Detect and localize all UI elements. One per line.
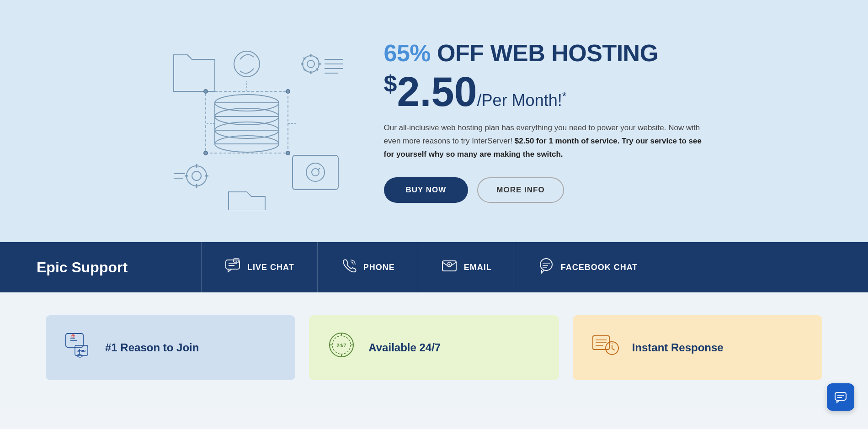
live-chat-label: LIVE CHAT xyxy=(247,263,294,272)
svg-text:24/7: 24/7 xyxy=(337,343,346,348)
price-per-month: /Per Month!* xyxy=(477,91,566,110)
svg-point-26 xyxy=(286,151,290,155)
phone-label: PHONE xyxy=(363,263,395,272)
svg-point-23 xyxy=(204,90,208,93)
svg-line-36 xyxy=(318,168,320,170)
support-item-phone[interactable]: PHONE xyxy=(317,242,418,292)
available-24-7-icon: 24/7 xyxy=(325,329,357,366)
support-item-live-chat[interactable]: LIVE LIVE CHAT xyxy=(201,242,317,292)
svg-rect-33 xyxy=(293,155,338,190)
buy-now-button[interactable]: BUY NOW xyxy=(384,177,469,203)
feature-card-available-24-7: 24/7 Available 24/7 xyxy=(309,315,559,380)
hero-description: Our all-inclusive web hosting plan has e… xyxy=(384,122,713,161)
live-chat-icon: LIVE xyxy=(224,257,241,277)
instant-response-label: Instant Response xyxy=(632,341,724,354)
hero-buttons: BUY NOW MORE INFO xyxy=(384,177,713,203)
svg-point-2 xyxy=(307,60,314,68)
feature-section: JOIN #1 Reason to Join 24/7 Available 24… xyxy=(0,292,868,408)
facebook-chat-label: FACEBOOK CHAT xyxy=(561,263,638,272)
support-item-email[interactable]: EMAIL xyxy=(418,242,515,292)
hero-illustration xyxy=(155,32,347,210)
more-info-button[interactable]: MORE INFO xyxy=(477,177,564,203)
svg-rect-20 xyxy=(215,130,279,144)
svg-point-24 xyxy=(286,90,290,93)
svg-point-49 xyxy=(448,264,450,265)
svg-point-25 xyxy=(204,151,208,155)
reason-to-join-label: #1 Reason to Join xyxy=(105,341,199,354)
svg-point-27 xyxy=(186,166,207,186)
epic-support-label: Epic Support xyxy=(37,259,165,276)
svg-rect-18 xyxy=(215,117,279,130)
svg-line-10 xyxy=(304,69,305,70)
support-bar: Epic Support LIVE LIVE CHAT xyxy=(0,242,868,292)
svg-line-9 xyxy=(316,58,318,59)
support-items: LIVE LIVE CHAT PHONE xyxy=(201,242,831,292)
hero-section: 65% OFF WEB HOSTING $2.50/Per Month!* Ou… xyxy=(0,0,868,242)
support-item-facebook-chat[interactable]: FACEBOOK CHAT xyxy=(515,242,661,292)
chat-float-button[interactable] xyxy=(827,383,854,411)
email-icon xyxy=(441,257,458,277)
email-label: EMAIL xyxy=(464,263,492,272)
feature-card-reason-to-join: JOIN #1 Reason to Join xyxy=(46,315,295,380)
svg-point-34 xyxy=(306,163,325,181)
facebook-chat-icon xyxy=(538,257,554,277)
reason-to-join-icon: JOIN xyxy=(62,329,94,366)
svg-rect-16 xyxy=(215,103,279,117)
svg-point-28 xyxy=(192,171,201,180)
price-dollar: $ xyxy=(384,70,397,97)
price-amount: 2.50 xyxy=(397,69,477,115)
hero-content: 65% OFF WEB HOSTING $2.50/Per Month!* Ou… xyxy=(384,39,713,203)
hero-price: $2.50/Per Month!* xyxy=(384,71,713,112)
hero-title-suffix: OFF WEB HOSTING xyxy=(431,40,658,66)
hero-discount: 65% xyxy=(384,40,431,66)
svg-point-50 xyxy=(540,259,552,270)
hero-title: 65% OFF WEB HOSTING xyxy=(384,39,713,67)
available-24-7-label: Available 24/7 xyxy=(368,341,441,354)
instant-response-icon xyxy=(589,329,621,366)
svg-text:LIVE: LIVE xyxy=(233,260,240,262)
phone-icon xyxy=(341,257,357,277)
svg-rect-70 xyxy=(835,392,846,400)
feature-card-instant-response: Instant Response xyxy=(573,315,822,380)
